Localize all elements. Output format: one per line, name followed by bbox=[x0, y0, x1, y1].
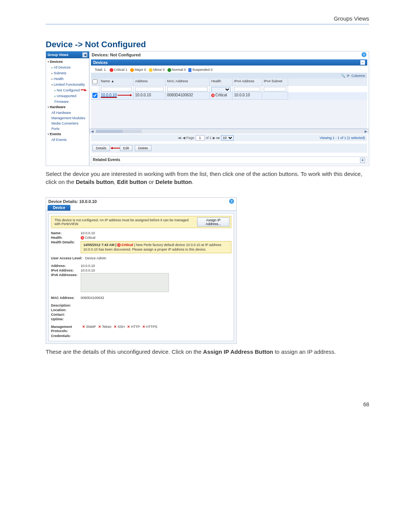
tree-subnets[interactable]: Subnets bbox=[48, 70, 89, 76]
tree-devices[interactable]: Devices bbox=[48, 59, 89, 65]
normal-icon bbox=[167, 68, 171, 72]
panel-minimize-button[interactable]: − bbox=[360, 60, 365, 65]
cell-mac: 0080D4100632 bbox=[166, 92, 210, 100]
col-name[interactable]: Name ▲ bbox=[99, 78, 134, 86]
filter-ipv4-subnet[interactable] bbox=[264, 87, 286, 91]
filter-health[interactable] bbox=[211, 87, 231, 92]
value-uptime bbox=[81, 317, 231, 321]
tree-media-converters[interactable]: Media Converters bbox=[48, 121, 89, 126]
tree-events[interactable]: Events bbox=[48, 131, 89, 137]
edit-button[interactable]: Edit bbox=[120, 145, 133, 151]
label-uptime: Uptime: bbox=[51, 317, 81, 321]
tree-not-configured[interactable]: Not Configured bbox=[48, 88, 89, 93]
sidebar-title: Group Views bbox=[48, 53, 68, 57]
annotation-arrow-icon bbox=[118, 95, 131, 96]
main-title: Devices: Not Configured bbox=[92, 53, 140, 57]
cross-icon: ✕ bbox=[82, 325, 85, 329]
major-icon bbox=[130, 68, 134, 72]
col-address[interactable]: Address bbox=[134, 78, 166, 86]
assign-ip-button[interactable]: Assign IP Address... bbox=[197, 217, 229, 227]
tree-hardware[interactable]: Hardware bbox=[48, 104, 89, 110]
value-mac: 0080D4100632 bbox=[81, 296, 231, 300]
paragraph-1: Select the device you are interested in … bbox=[46, 170, 369, 186]
col-mac[interactable]: MAC Address bbox=[166, 78, 210, 86]
tree-all-devices[interactable]: All Devices bbox=[48, 65, 89, 70]
label-ipv6: IPv6 Addresses: bbox=[51, 273, 81, 277]
annotation-arrow-icon bbox=[112, 148, 120, 149]
pager-prev-icon[interactable]: ◀ bbox=[183, 136, 185, 140]
col-ipv4-subnet[interactable]: IPv4 Subnet bbox=[262, 78, 288, 86]
health-details-message: 14/05/2012 7:43 AM | ✕Critical | New Per… bbox=[81, 241, 231, 253]
label-credentials: Credentials: bbox=[51, 334, 81, 338]
warning-bar: This device is not configured. An IP add… bbox=[51, 216, 231, 228]
suspended-icon bbox=[188, 68, 191, 72]
tree-management-modules[interactable]: Management Modules bbox=[48, 115, 89, 121]
pager-next-icon[interactable]: ▶ bbox=[213, 136, 215, 140]
help-icon[interactable]: ? bbox=[362, 52, 366, 57]
pager-last-icon[interactable]: ⏭ bbox=[217, 136, 220, 140]
label-access-level: User Access Level: bbox=[51, 256, 85, 260]
filter-mac[interactable] bbox=[167, 87, 208, 91]
sidebar-header: Group Views ◀ bbox=[46, 51, 89, 58]
group-views-sidebar: Group Views ◀ Devices All Devices Subnet… bbox=[46, 51, 89, 166]
label-protocols: Management Protocols: bbox=[51, 325, 81, 333]
value-access-level: Device Admin bbox=[85, 256, 231, 260]
refresh-icon[interactable]: ⟳ bbox=[347, 74, 350, 78]
annotation-arrow-icon bbox=[81, 88, 86, 91]
details-button[interactable]: Details bbox=[92, 145, 110, 151]
related-events-title: Related Events bbox=[93, 158, 120, 163]
pager-first-icon[interactable]: ⏮ bbox=[178, 136, 182, 140]
tab-device[interactable]: Device bbox=[48, 205, 70, 211]
delete-button[interactable]: Delete bbox=[135, 145, 151, 151]
label-ipv4: IPv4 Address: bbox=[51, 268, 81, 272]
filter-name[interactable] bbox=[101, 87, 132, 91]
ipv6-addresses-box bbox=[81, 273, 169, 292]
cell-name[interactable]: 10.0.0.10 bbox=[101, 93, 117, 98]
table-filter-row bbox=[91, 86, 367, 92]
select-all-checkbox[interactable] bbox=[92, 79, 97, 84]
tree-health[interactable]: Health bbox=[48, 76, 89, 82]
pager-page-input[interactable] bbox=[196, 135, 205, 141]
tree-ports[interactable]: Ports bbox=[48, 126, 89, 131]
help-icon[interactable]: ? bbox=[229, 199, 234, 204]
tree-limited-functionality[interactable]: Limited Functionality bbox=[48, 82, 89, 88]
search-icon[interactable]: 🔍 bbox=[341, 74, 345, 78]
label-contact: Contact: bbox=[51, 313, 81, 316]
scroll-left-icon[interactable]: ◀ bbox=[89, 129, 95, 133]
value-location bbox=[81, 308, 231, 312]
cross-icon: ✕ bbox=[98, 325, 101, 329]
cross-icon: ✕ bbox=[114, 325, 117, 329]
value-name: 10.0.0.10 bbox=[81, 231, 231, 235]
row-checkbox[interactable] bbox=[92, 93, 97, 98]
minor-icon bbox=[149, 68, 153, 72]
details-title: Device Details: 10.0.0.10 bbox=[48, 199, 97, 204]
cross-icon: ✕ bbox=[142, 325, 145, 329]
tree-unsupported-firmware[interactable]: Unsupported Firmware bbox=[48, 93, 89, 104]
expand-related-button[interactable]: + bbox=[360, 158, 365, 163]
screenshot-device-details: Device Details: 10.0.0.10 ? Device This … bbox=[46, 197, 237, 344]
paragraph-2: These are the details of this unconfigur… bbox=[46, 348, 369, 356]
tree-all-events[interactable]: All Events bbox=[48, 137, 89, 142]
health-summary: Total: 1 Critical 1 Major 0 Minor 0 Norm… bbox=[91, 67, 367, 73]
scroll-right-icon[interactable]: ▶ bbox=[363, 129, 369, 133]
pager-summary: Viewing 1 - 1 of 1 (1 selected) bbox=[320, 136, 365, 140]
value-credentials bbox=[81, 334, 231, 338]
pager-size-select[interactable]: 10 bbox=[221, 135, 234, 141]
table-header: Name ▲ Address MAC Address Health IPv4 A… bbox=[91, 78, 367, 86]
filter-address[interactable] bbox=[135, 87, 164, 91]
label-mac: MAC Address: bbox=[51, 296, 81, 300]
filter-ipv4-address[interactable] bbox=[234, 87, 260, 91]
columns-button[interactable]: Columns bbox=[351, 74, 365, 78]
label-description: Description: bbox=[51, 304, 81, 307]
critical-icon bbox=[110, 68, 113, 72]
cell-health: ✕Critical bbox=[210, 92, 233, 100]
value-ipv4: 10.0.0.10 bbox=[81, 268, 231, 272]
table-row[interactable]: 10.0.0.10 10.0.0.10 0080D4100632 ✕Critic… bbox=[91, 92, 367, 100]
col-ipv4-address[interactable]: IPv4 Address bbox=[233, 78, 262, 86]
col-health[interactable]: Health bbox=[210, 78, 233, 86]
cell-ipv4-address: 10.0.0.10 bbox=[233, 92, 262, 100]
warning-text: This device is not configured. An IP add… bbox=[54, 218, 196, 226]
sidebar-collapse-button[interactable]: ◀ bbox=[82, 52, 88, 58]
horizontal-scrollbar[interactable]: ◀ ▶ bbox=[89, 129, 369, 134]
tree-all-hardware[interactable]: All Hardware bbox=[48, 110, 89, 115]
